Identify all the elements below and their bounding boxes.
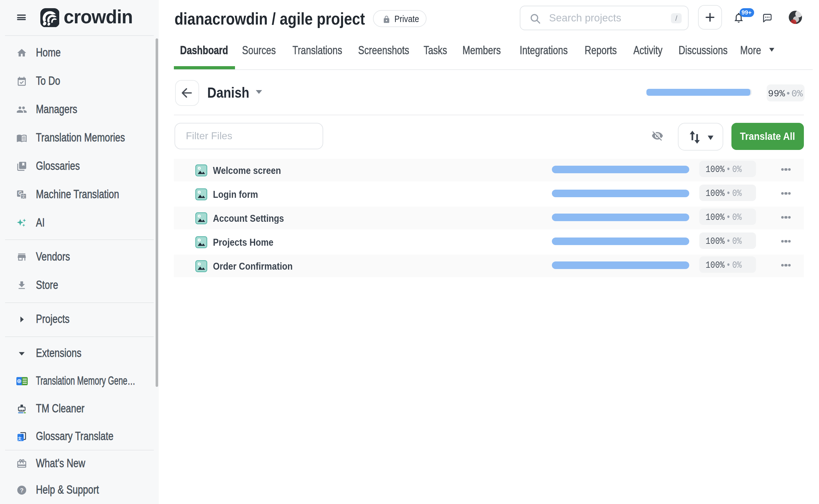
svg-text:?: ? bbox=[20, 487, 23, 493]
svg-text:文: 文 bbox=[21, 194, 26, 198]
svg-text:文: 文 bbox=[18, 436, 22, 441]
